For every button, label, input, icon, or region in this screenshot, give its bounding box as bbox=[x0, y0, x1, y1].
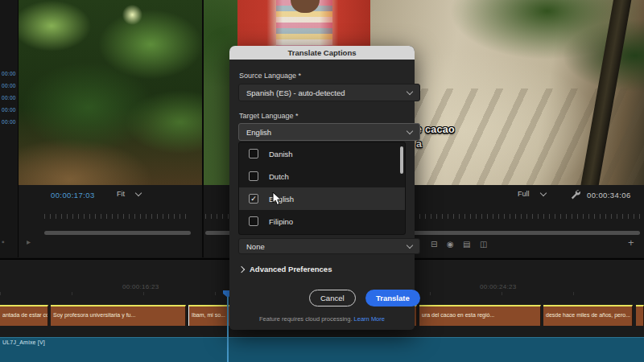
list-scrollbar-thumb[interactable] bbox=[400, 146, 403, 174]
language-option-english[interactable]: ✓ English bbox=[239, 187, 405, 210]
source-playhead-timecode[interactable]: 00:00:17:03 bbox=[51, 191, 95, 200]
chevron-down-icon bbox=[407, 127, 413, 134]
caption-clip[interactable]: desde hace miles de años, pero... bbox=[543, 305, 633, 326]
language-option-label: Danish bbox=[269, 150, 293, 158]
cancel-button[interactable]: Cancel bbox=[309, 290, 356, 306]
program-zoom-level-select[interactable]: Full bbox=[518, 190, 546, 198]
checkbox-checked-icon[interactable]: ✓ bbox=[249, 194, 258, 204]
timeline-ruler-mark: 00:00:16:23 bbox=[122, 283, 159, 290]
caption-clip[interactable]: Soy profesora universitaria y fu... bbox=[51, 305, 186, 326]
caption-clip-text: desde hace miles de años, pero... bbox=[543, 306, 632, 318]
caption-start-timecode[interactable]: 00:00 bbox=[2, 95, 16, 101]
dialog-header[interactable]: Translate Captions bbox=[229, 46, 415, 60]
captions-text-panel: 00:00 00:00 00:00 00:00 00:00 ▪ bbox=[0, 0, 19, 257]
chevron-down-icon bbox=[407, 241, 413, 248]
lift-icon[interactable]: ⊟ bbox=[431, 241, 437, 249]
button-editor-plus-icon[interactable]: + bbox=[628, 239, 634, 247]
comparison-view-icon[interactable]: ▤ bbox=[463, 241, 470, 249]
multicam-icon[interactable]: ◫ bbox=[480, 241, 487, 249]
playhead-line bbox=[227, 297, 229, 362]
learn-more-link[interactable]: Learn More bbox=[354, 315, 385, 323]
video-track-clip[interactable]: UL7J_Amixe [V] bbox=[0, 337, 644, 362]
caption-clip-text: Soy profesora universitaria y fu... bbox=[51, 306, 185, 318]
none-dropdown-value: None bbox=[246, 242, 265, 251]
dialog-title: Translate Captions bbox=[288, 48, 357, 57]
advanced-preferences-label: Advanced Preferences bbox=[250, 265, 332, 274]
export-frame-camera-icon[interactable]: ◉ bbox=[447, 241, 454, 249]
footer-note-text: Feature requires cloud processing. bbox=[259, 315, 352, 323]
source-zoom-scrollbar[interactable] bbox=[44, 231, 191, 235]
settings-wrench-icon[interactable] bbox=[570, 189, 580, 200]
chevron-down-icon bbox=[539, 189, 546, 195]
video-clip-label: UL7J_Amixe [V] bbox=[0, 338, 644, 345]
caption-clip[interactable]: ura del cacao en esta regió... bbox=[419, 305, 541, 326]
language-option-dutch[interactable]: Dutch bbox=[239, 165, 405, 187]
language-option-danish[interactable]: Danish bbox=[239, 142, 405, 165]
panel-toolbar-icon[interactable]: ▪ bbox=[2, 238, 5, 246]
dialog-footer-note: Feature requires cloud processing. Learn… bbox=[229, 315, 415, 323]
source-language-label: Source Language * bbox=[239, 72, 301, 80]
panel-toolbar-icon[interactable]: ▸ bbox=[27, 238, 31, 246]
timeline-ruler-mark: 00:00:24:23 bbox=[480, 283, 517, 290]
checkbox-icon[interactable] bbox=[249, 149, 258, 158]
caption-clip-text: antada de estar con... bbox=[0, 306, 47, 318]
source-zoom-level-value: Fit bbox=[117, 190, 125, 198]
caption-clip-text: ura del cacao en esta regió... bbox=[419, 306, 540, 318]
language-option-label: Filipino bbox=[269, 217, 293, 226]
caption-start-timecode[interactable]: 00:00 bbox=[2, 119, 16, 125]
source-language-dropdown[interactable]: Spanish (ES) - auto-detected bbox=[238, 84, 420, 101]
target-language-value: English bbox=[246, 128, 271, 137]
chevron-down-icon bbox=[407, 88, 413, 94]
source-scrub-ticks[interactable] bbox=[44, 214, 191, 219]
language-option-label: Dutch bbox=[269, 172, 289, 181]
program-zoom-level-value: Full bbox=[518, 190, 530, 198]
source-language-value: Spanish (ES) - auto-detected bbox=[246, 88, 345, 97]
premiere-workspace: 00:00 00:00 00:00 00:00 00:00 ▪ 00:00:17… bbox=[0, 0, 644, 362]
chevron-down-icon bbox=[135, 189, 142, 195]
caption-clip[interactable]: antada de estar con... bbox=[0, 305, 48, 326]
none-dropdown[interactable]: None bbox=[238, 238, 420, 254]
burned-caption-line-1: e cacao bbox=[416, 124, 455, 135]
target-language-dropdown[interactable]: English bbox=[238, 123, 420, 141]
translate-button[interactable]: Translate bbox=[365, 290, 420, 306]
source-monitor-video[interactable] bbox=[19, 0, 202, 185]
caption-start-timecode[interactable]: 00:00 bbox=[2, 71, 16, 76]
checkbox-icon[interactable] bbox=[249, 171, 258, 181]
translate-captions-dialog: Translate Captions Source Language * Spa… bbox=[229, 46, 415, 330]
language-option-filipino[interactable]: Filipino bbox=[239, 210, 405, 232]
program-duration-timecode[interactable]: 00:00:34:06 bbox=[587, 191, 631, 200]
caption-clip[interactable] bbox=[636, 305, 644, 326]
source-monitor-panel: 00:00:17:03 Fit ▸ bbox=[19, 0, 204, 257]
chevron-right-icon bbox=[238, 265, 245, 272]
checkbox-icon[interactable] bbox=[249, 216, 258, 226]
target-language-label: Target Language * bbox=[239, 112, 299, 120]
target-language-list: Danish Dutch ✓ English Filipino bbox=[238, 142, 406, 235]
source-zoom-level-select[interactable]: Fit bbox=[117, 190, 141, 198]
caption-start-timecode[interactable]: 00:00 bbox=[2, 83, 16, 88]
caption-start-timecode[interactable]: 00:00 bbox=[2, 107, 16, 113]
mouse-cursor bbox=[272, 191, 283, 206]
advanced-preferences-toggle[interactable]: Advanced Preferences bbox=[239, 265, 332, 274]
